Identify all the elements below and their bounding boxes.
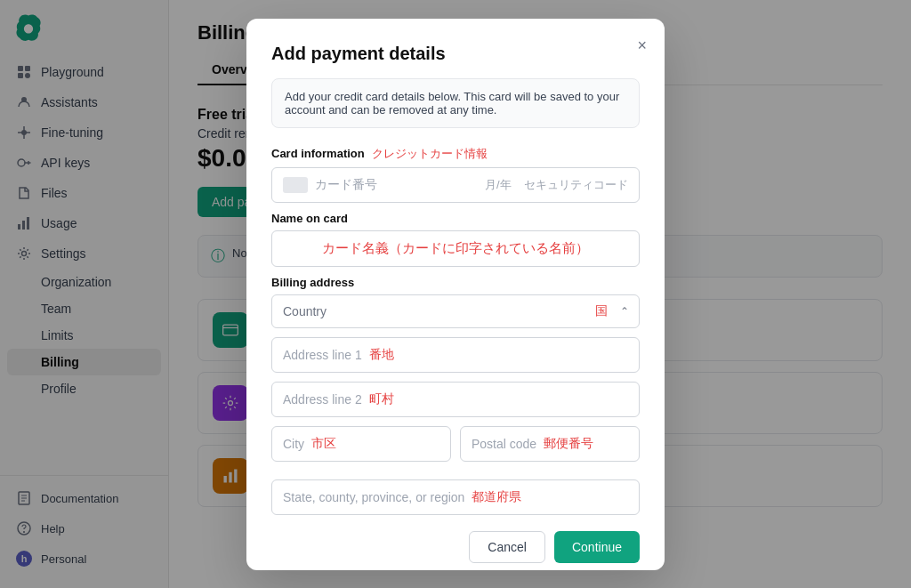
card-info-jp: クレジットカード情報 <box>372 146 488 162</box>
state-placeholder: State, county, province, or region <box>283 490 464 504</box>
name-on-card-label: Name on card <box>271 212 640 225</box>
city-postal-row: City 市区 Postal code 郵便番号 <box>271 426 640 462</box>
modal-overlay: Add payment details × Add your credit ca… <box>0 0 911 588</box>
modal-footer: Cancel Continue <box>271 531 640 563</box>
city-placeholder: City <box>283 437 304 451</box>
postal-placeholder: Postal code <box>472 437 536 451</box>
card-number-placeholder: カード番号 <box>315 177 478 193</box>
name-on-card-jp: カード名義（カードに印字されている名前） <box>322 240 589 257</box>
modal-title: Add payment details <box>271 44 640 64</box>
continue-button[interactable]: Continue <box>554 531 640 563</box>
card-number-input-row[interactable]: カード番号 月/年 セキュリティコード <box>271 167 640 203</box>
address2-placeholder: Address line 2 <box>283 392 362 407</box>
postal-input[interactable]: Postal code 郵便番号 <box>460 426 640 462</box>
cancel-button[interactable]: Cancel <box>469 531 545 563</box>
city-input[interactable]: City 市区 <box>271 426 451 462</box>
modal-info-box: Add your credit card details below. This… <box>271 78 640 128</box>
card-placeholder-icon <box>283 177 308 193</box>
modal-close-button[interactable]: × <box>637 36 647 55</box>
address1-jp: 番地 <box>369 347 394 363</box>
address1-placeholder: Address line 1 <box>283 348 362 362</box>
modal-info-text: Add your credit card details below. This… <box>285 90 619 117</box>
state-jp: 都道府県 <box>472 489 521 505</box>
postal-jp: 郵便番号 <box>544 436 593 452</box>
state-input[interactable]: State, county, province, or region 都道府県 <box>271 479 640 515</box>
card-info-label: Card information クレジットカード情報 <box>271 146 640 162</box>
address2-jp: 町村 <box>369 391 394 407</box>
name-on-card-input[interactable]: カード名義（カードに印字されている名前） <box>271 230 640 267</box>
address1-input[interactable]: Address line 1 番地 <box>271 337 640 373</box>
country-select[interactable]: Country <box>271 294 640 328</box>
modal: Add payment details × Add your credit ca… <box>246 19 665 570</box>
country-select-row: Country 国 ⌃ <box>271 294 640 328</box>
address2-input[interactable]: Address line 2 町村 <box>271 382 640 417</box>
city-jp: 市区 <box>311 436 336 452</box>
card-expiry-cvc: 月/年 セキュリティコード <box>485 177 628 193</box>
billing-address-label: Billing address <box>271 276 640 289</box>
